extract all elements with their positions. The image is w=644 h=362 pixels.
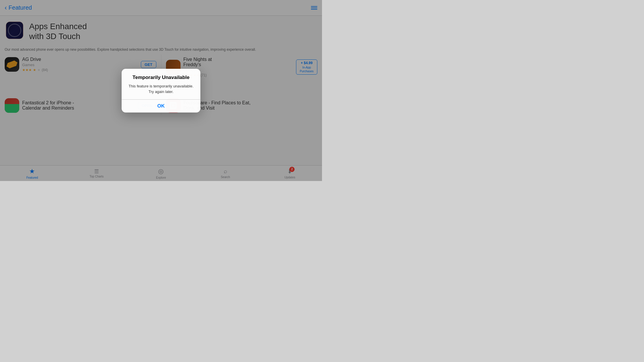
dialog-message: This feature is temporarily unavailable.… — [126, 83, 196, 95]
modal-overlay: Temporarily Unavailable This feature is … — [0, 0, 322, 181]
alert-dialog: Temporarily Unavailable This feature is … — [122, 69, 200, 113]
dialog-title: Temporarily Unavailable — [126, 75, 196, 80]
dialog-ok-button[interactable]: OK — [122, 100, 200, 113]
dialog-content: Temporarily Unavailable This feature is … — [122, 69, 200, 99]
